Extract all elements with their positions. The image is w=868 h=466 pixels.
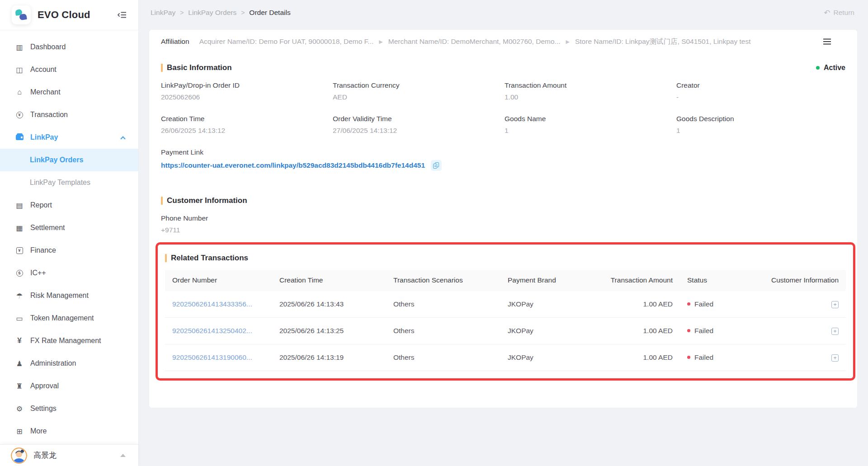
sidebar-item-administration[interactable]: ♟ Administration <box>0 352 138 375</box>
sidebar-item-finance[interactable]: ¥ Finance <box>0 239 138 262</box>
basic-information-title: Basic Information <box>161 63 232 72</box>
copy-icon[interactable] <box>431 160 442 171</box>
breadcrumb-linkpay-orders[interactable]: LinkPay Orders <box>188 9 236 17</box>
payment-link[interactable]: https://counter-uat.everonet.com/linkpay… <box>161 161 425 169</box>
sidebar-item-more[interactable]: ⊞ More <box>0 420 138 442</box>
sidebar-header: EVO Cloud <box>0 0 138 30</box>
order-number-link[interactable]: 9202506261413250402... <box>172 327 252 334</box>
basic-information-header: Basic Information Active <box>161 63 845 72</box>
evo-cloud-logo-icon <box>12 5 31 24</box>
expand-plus-icon[interactable] <box>831 301 839 308</box>
customer-information-section: Customer Information Phone Number +9711 <box>161 196 845 234</box>
sidebar-nav: ▥ Dashboard ◫ Account ⌂ Merchant ¥ Trans… <box>0 30 138 466</box>
related-transactions-annotation-box: Related Transactions Order Number Creati… <box>156 242 855 380</box>
customer-information-title: Customer Information <box>161 196 845 205</box>
wallet-icon <box>14 135 24 140</box>
failed-dot-icon <box>687 302 690 306</box>
field-creator: Creator - <box>676 81 845 101</box>
field-order-id: LinkPay/Drop-in Order ID 2025062606 <box>161 81 333 101</box>
return-arrow-icon: ↶ <box>824 9 830 17</box>
sidebar-item-transaction[interactable]: ¥ Transaction <box>0 104 138 126</box>
order-details-card: Affiliation Acquirer Name/ID: Demo For U… <box>149 30 857 408</box>
chevron-up-icon <box>120 136 125 141</box>
sidebar-item-report[interactable]: ▤ Report <box>0 194 138 217</box>
sidebar-item-settlement[interactable]: ▦ Settlement <box>0 217 138 239</box>
affiliation-store[interactable]: Store Name/ID: Linkpay测试门店, S041501, Lin… <box>575 37 751 47</box>
expand-plus-icon[interactable] <box>831 328 839 335</box>
user-panel[interactable]: 高景龙 <box>0 444 138 466</box>
sidebar-collapse-icon[interactable] <box>117 10 127 19</box>
gear-icon: ⚙ <box>14 405 24 413</box>
field-phone-number: Phone Number +9711 <box>161 214 845 234</box>
col-payment-brand: Payment Brand <box>500 270 601 291</box>
field-goods-name: Goods Name 1 <box>505 115 676 135</box>
sidebar-item-linkpay-templates[interactable]: LinkPay Templates <box>0 171 138 194</box>
breadcrumb-separator: > <box>180 9 184 16</box>
table-row: 9202506261413250402... 2025/06/26 14:13:… <box>165 317 846 344</box>
field-goods-description: Goods Description 1 <box>676 115 845 135</box>
affiliation-merchant[interactable]: Merchant Name/ID: DemoMerchant, M002760,… <box>388 38 561 46</box>
breadcrumb-separator: > <box>241 9 245 16</box>
order-number-link[interactable]: 9202506261413433356... <box>172 300 252 308</box>
status-badge: Active <box>816 64 845 72</box>
breadcrumb-linkpay[interactable]: LinkPay <box>151 9 175 17</box>
status-failed: Failed <box>687 327 756 335</box>
col-customer-information: Customer Information <box>764 270 846 291</box>
app-title: EVO Cloud <box>38 9 117 21</box>
breadcrumb: LinkPay > LinkPay Orders > Order Details <box>151 9 291 17</box>
topbar: LinkPay > LinkPay Orders > Order Details… <box>139 0 868 25</box>
sidebar-item-account[interactable]: ◫ Account <box>0 58 138 81</box>
status-failed: Failed <box>687 300 756 308</box>
user-name: 高景龙 <box>33 450 57 461</box>
sidebar-item-settings[interactable]: ⚙ Settings <box>0 397 138 420</box>
report-icon: ▤ <box>14 201 24 210</box>
table-header-row: Order Number Creation Time Transaction S… <box>165 270 846 291</box>
collapse-up-icon <box>120 454 126 457</box>
affiliation-bar: Affiliation Acquirer Name/ID: Demo For U… <box>161 36 845 47</box>
dashboard-icon: ▥ <box>14 43 24 52</box>
sidebar-item-linkpay-orders[interactable]: LinkPay Orders <box>0 149 138 171</box>
sidebar-item-approval[interactable]: ♜ Approval <box>0 375 138 397</box>
table-row: 9202506261413190060... 2025/06/26 14:13:… <box>165 344 846 371</box>
affiliation-label: Affiliation <box>161 38 189 46</box>
avatar <box>11 447 27 464</box>
field-transaction-currency: Transaction Currency AED <box>333 81 505 101</box>
people-icon: ♟ <box>14 359 24 368</box>
expand-plus-icon[interactable] <box>831 354 839 362</box>
umbrella-icon: ☂ <box>14 292 24 300</box>
field-order-validity-time: Order Validity Time 27/06/2025 14:13:12 <box>333 115 505 135</box>
active-dot-icon <box>816 66 820 70</box>
sidebar-item-fx-rate-management[interactable]: ¥ FX Rate Management <box>0 329 138 352</box>
caret-right-icon: ▶ <box>566 39 570 45</box>
related-transactions-table: Order Number Creation Time Transaction S… <box>165 270 846 371</box>
failed-dot-icon <box>687 356 690 359</box>
merchant-icon: ⌂ <box>14 88 24 96</box>
main-area: LinkPay > LinkPay Orders > Order Details… <box>139 0 868 466</box>
order-number-link[interactable]: 9202506261413190060... <box>172 353 252 361</box>
sidebar-item-token-management[interactable]: ▭ Token Management <box>0 307 138 329</box>
table-row: 9202506261413433356... 2025/06/26 14:13:… <box>165 291 846 318</box>
sidebar: EVO Cloud ▥ Dashboard ◫ Account ⌂ Mercha… <box>0 0 139 466</box>
section-bar <box>161 64 163 72</box>
affiliation-menu-icon[interactable] <box>821 36 833 47</box>
col-transaction-amount: Transaction Amount <box>601 270 680 291</box>
caret-right-icon: ▶ <box>379 39 382 45</box>
card-icon: ▭ <box>14 314 24 323</box>
return-button[interactable]: ↶ Return <box>821 8 857 17</box>
sidebar-item-risk-management[interactable]: ☂ Risk Management <box>0 284 138 307</box>
section-bar <box>165 254 167 262</box>
affiliation-acquirer[interactable]: Acquirer Name/ID: Demo For UAT, 90000018… <box>199 38 374 46</box>
money-bag-icon: $ <box>14 270 24 277</box>
field-creation-time: Creation Time 26/06/2025 14:13:12 <box>161 115 333 135</box>
finance-icon: ¥ <box>14 247 24 254</box>
section-bar <box>161 197 163 205</box>
col-status: Status <box>680 270 764 291</box>
sidebar-item-dashboard[interactable]: ▥ Dashboard <box>0 36 138 58</box>
transaction-icon: ¥ <box>14 112 24 118</box>
field-transaction-amount: Transaction Amount 1.00 <box>505 81 676 101</box>
col-order-number: Order Number <box>165 270 272 291</box>
sidebar-item-merchant[interactable]: ⌂ Merchant <box>0 81 138 104</box>
col-creation-time: Creation Time <box>272 270 386 291</box>
sidebar-item-linkpay[interactable]: LinkPay <box>0 126 138 149</box>
sidebar-item-icpp[interactable]: $ IC++ <box>0 262 138 284</box>
